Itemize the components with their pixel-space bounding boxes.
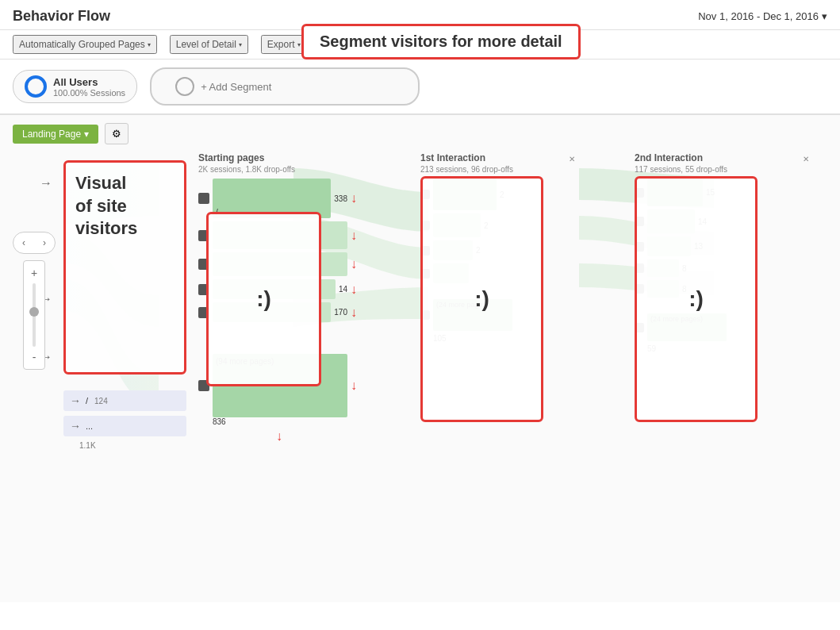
first-interaction-header: 1st Interaction xyxy=(420,152,485,163)
annotation-box-3: :) xyxy=(635,176,758,422)
add-segment-button[interactable]: + Add Segment xyxy=(150,67,420,106)
export-caret: ▾ xyxy=(297,41,301,48)
annotation-smiley-3: :) xyxy=(688,286,704,312)
starting-pages-sub: 2K sessions, 1.8K drop-offs xyxy=(198,165,357,174)
controls-row: Landing Page ▾ ⚙ xyxy=(0,115,840,152)
segment-icon xyxy=(25,75,47,98)
dropoff-arrow-more: ↓ xyxy=(351,378,357,393)
annotation-box-1: :) xyxy=(206,212,321,386)
second-interaction-close[interactable]: ✕ xyxy=(803,155,809,163)
grouped-pages-caret: ▾ xyxy=(148,41,151,48)
flow-area: Landing Page ▾ ⚙ ‹ › + - xyxy=(0,115,840,602)
annotation-smiley-2: :) xyxy=(474,286,489,312)
starting-pages-header: Starting pages xyxy=(198,152,357,163)
dropoff-arrow-5: ↓ xyxy=(351,305,357,320)
annotation-box-2: :) xyxy=(420,176,543,422)
segment-callout: Segment visitors for more detail xyxy=(301,24,581,60)
dropoff-arrow-2: ↓ xyxy=(351,229,357,243)
settings-button[interactable]: ⚙ xyxy=(105,123,128,144)
node-icon-1 xyxy=(198,193,209,204)
level-of-detail-caret: ▾ xyxy=(239,41,242,48)
level-of-detail-button[interactable]: Level of Detail ▾ xyxy=(170,35,248,54)
second-interaction-sub: 117 sessions, 55 drop-offs xyxy=(635,165,809,174)
landing-page-caret: ▾ xyxy=(84,129,89,140)
date-range-text: Nov 1, 2016 - Dec 1, 2016 xyxy=(698,10,819,22)
grouped-pages-button[interactable]: Automatically Grouped Pages ▾ xyxy=(13,35,157,54)
first-interaction-column: 1st Interaction ✕ 213 sessions, 96 drop-… xyxy=(420,152,575,343)
dropoff-arrow-3: ↓ xyxy=(351,257,357,271)
dropoff-arrow-bottom: ↓ xyxy=(201,429,357,444)
visual-annotation-box: Visualof sitevisitors xyxy=(63,160,186,375)
zoom-controls: ‹ › + - xyxy=(13,232,56,370)
nav-left-button[interactable]: ‹ xyxy=(13,232,34,253)
app-title: Behavior Flow xyxy=(13,8,110,25)
segment-sub: 100.00% Sessions xyxy=(53,88,125,98)
source-node-slash: → / 124 xyxy=(63,390,186,411)
starting-pages-column: Starting pages 2K sessions, 1.8K drop-of… xyxy=(198,152,357,444)
export-button[interactable]: Export ▾ xyxy=(261,35,307,54)
second-interaction-column: 2nd Interaction ✕ 117 sessions, 55 drop-… xyxy=(635,152,809,353)
dropoff-arrow-1: ↓ xyxy=(351,191,357,206)
arrow-icon: → xyxy=(70,394,81,407)
source-arrow-1: → xyxy=(40,176,52,190)
first-interaction-sub: 213 sessions, 96 drop-offs xyxy=(420,165,575,174)
source-node-ellipsis: → ... 1.1K xyxy=(63,416,186,450)
zoom-out-button[interactable]: - xyxy=(24,348,44,366)
toolbar: Automatically Grouped Pages ▾ Level of D… xyxy=(0,30,840,60)
zoom-slider: + - xyxy=(23,260,45,370)
annotation-smiley-1: :) xyxy=(256,286,271,312)
date-range[interactable]: Nov 1, 2016 - Dec 1, 2016 ▾ xyxy=(698,10,827,22)
nav-right-button[interactable]: › xyxy=(34,232,55,253)
dropoff-arrow-4: ↓ xyxy=(351,282,357,297)
zoom-thumb[interactable] xyxy=(29,307,39,317)
first-interaction-close[interactable]: ✕ xyxy=(569,155,575,163)
arrow-icon-2: → xyxy=(70,420,81,432)
second-interaction-header: 2nd Interaction xyxy=(635,152,703,163)
zoom-in-button[interactable]: + xyxy=(24,264,44,282)
gear-icon: ⚙ xyxy=(112,128,121,140)
segment-label: All Users xyxy=(53,76,125,88)
segment-all-users: All Users 100.00% Sessions xyxy=(13,70,137,103)
visual-annotation-text: Visualof sitevisitors xyxy=(75,172,137,240)
zoom-track xyxy=(33,283,36,347)
nav-arrows: ‹ › xyxy=(13,232,56,254)
landing-page-button[interactable]: Landing Page ▾ xyxy=(13,125,98,144)
add-segment-circle-icon xyxy=(175,77,194,96)
flow-visualization: ‹ › + - xyxy=(0,152,840,602)
date-range-caret: ▾ xyxy=(822,10,827,22)
segments-row: All Users 100.00% Sessions + Add Segment xyxy=(0,60,840,115)
source-nodes-container: → / 124 → ... 1.1K xyxy=(63,390,186,450)
